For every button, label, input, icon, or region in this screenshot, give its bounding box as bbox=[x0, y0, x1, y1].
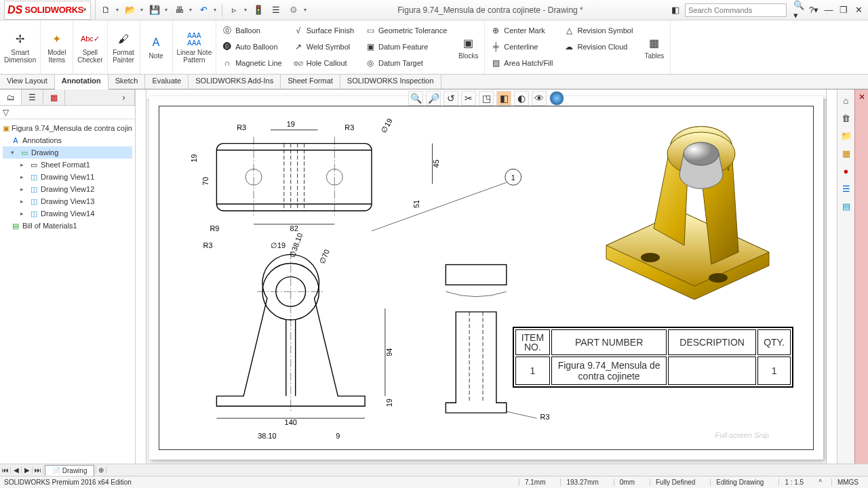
tab-sketch[interactable]: Sketch bbox=[108, 75, 146, 89]
undo-icon[interactable]: ↶ bbox=[197, 4, 210, 16]
spell-checker-button[interactable]: Abc✓ Spell Checker bbox=[73, 20, 107, 74]
chevron-down-icon[interactable]: ▾ bbox=[244, 7, 247, 13]
chevron-up-icon[interactable]: ^ bbox=[818, 479, 822, 486]
custom-props-icon[interactable]: ☰ bbox=[840, 182, 853, 195]
hole-callout-button[interactable]: ⌾∅Hole Callout bbox=[293, 56, 354, 70]
surface-finish-button[interactable]: √Surface Finish bbox=[293, 23, 354, 38]
weld-symbol-button[interactable]: ↗Weld Symbol bbox=[293, 39, 354, 54]
new-icon[interactable]: 🗋 bbox=[100, 4, 112, 16]
display-style-icon[interactable]: ◳ bbox=[479, 91, 494, 106]
view-palette-icon[interactable]: ▦ bbox=[840, 146, 853, 160]
datum-feature-button[interactable]: ▣Datum Feature bbox=[365, 39, 447, 54]
select-icon[interactable]: ▹ bbox=[228, 4, 240, 16]
prev-view-icon[interactable]: ↺ bbox=[443, 91, 458, 106]
tab-annotation[interactable]: Annotation bbox=[55, 75, 108, 89]
expand-tab[interactable]: › bbox=[113, 89, 135, 105]
last-sheet-icon[interactable]: ⏭ bbox=[33, 466, 43, 474]
tab-sheet-format[interactable]: Sheet Format bbox=[281, 75, 340, 89]
tree-view14[interactable]: ▸◫Drawing View14 bbox=[3, 207, 132, 220]
help-icon[interactable]: ?▾ bbox=[808, 5, 819, 16]
feature-tree-tab[interactable]: 🗂 bbox=[0, 89, 22, 105]
bom-r1-qty[interactable]: 1 bbox=[757, 357, 791, 385]
centerline-button[interactable]: ╪Centerline bbox=[490, 39, 553, 54]
tree-view12[interactable]: ▸◫Drawing View12 bbox=[3, 183, 132, 195]
tree-root[interactable]: ▣Figura 9.74_Mensula de contra cojin bbox=[3, 122, 132, 134]
chevron-down-icon[interactable]: ▾ bbox=[189, 7, 192, 13]
tree-bom[interactable]: ▤Bill of Materials1 bbox=[3, 220, 132, 232]
revision-cloud-button[interactable]: ☁Revision Cloud bbox=[564, 39, 633, 54]
bom-r1-part[interactable]: Figura 9.74_Mensula de contra cojinete bbox=[551, 357, 667, 385]
center-mark-button[interactable]: ⊕Center Mark bbox=[490, 23, 553, 38]
zoom-fit-icon[interactable]: 🔍 bbox=[408, 91, 423, 106]
search-icon[interactable]: 🔍▾ bbox=[793, 5, 804, 16]
open-icon[interactable]: 📂 bbox=[124, 4, 136, 16]
model-items-button[interactable]: ✦ Model Items bbox=[41, 20, 73, 74]
rebuild-icon[interactable]: 🚦 bbox=[252, 4, 264, 16]
save-icon[interactable]: 💾 bbox=[149, 4, 161, 16]
hide-show-icon[interactable]: ◧ bbox=[496, 91, 511, 106]
next-sheet-icon[interactable]: ▶ bbox=[22, 466, 33, 474]
options-icon[interactable]: ☰ bbox=[270, 4, 282, 16]
tab-inspection[interactable]: SOLIDWORKS Inspection bbox=[340, 75, 441, 89]
search-commands-input[interactable] bbox=[685, 3, 787, 17]
tab-addins[interactable]: SOLIDWORKS Add-Ins bbox=[189, 75, 281, 89]
chevron-down-icon[interactable]: ▾ bbox=[214, 7, 216, 13]
tab-evaluate[interactable]: Evaluate bbox=[145, 75, 189, 89]
settings-icon[interactable]: ⚙ bbox=[288, 4, 300, 16]
datum-target-button[interactable]: ◎Datum Target bbox=[365, 56, 447, 70]
tree-sheet-format[interactable]: ▸▭Sheet Format1 bbox=[3, 159, 132, 171]
balloon-button[interactable]: ⓪Balloon bbox=[222, 23, 282, 38]
smart-dimension-button[interactable]: ✢ Smart Dimension bbox=[0, 20, 41, 74]
minimize-icon[interactable]: — bbox=[823, 5, 834, 16]
chevron-down-icon[interactable]: ▾ bbox=[304, 7, 307, 13]
note-button[interactable]: A Note bbox=[140, 20, 173, 74]
design-lib-icon[interactable]: 📁 bbox=[840, 129, 853, 142]
bom-r1-desc[interactable] bbox=[668, 357, 756, 385]
app-logo[interactable]: DS SOLIDWORKS ▼ bbox=[4, 1, 91, 20]
status-scale[interactable]: 1 : 1.5 bbox=[778, 479, 809, 486]
chevron-down-icon[interactable]: ▾ bbox=[165, 7, 167, 13]
home-icon[interactable]: ⌂ bbox=[840, 94, 853, 107]
auto-balloon-button[interactable]: ⓿Auto Balloon bbox=[222, 39, 282, 54]
chevron-down-icon[interactable]: ▾ bbox=[116, 7, 119, 13]
bom-r1-item[interactable]: 1 bbox=[515, 357, 550, 385]
geo-tol-button[interactable]: ▭Geometric Tolerance bbox=[365, 23, 447, 38]
close-icon[interactable]: ✕ bbox=[853, 5, 864, 16]
view-orient-icon[interactable]: 👁 bbox=[532, 91, 547, 106]
tree-view13[interactable]: ▸◫Drawing View13 bbox=[3, 195, 132, 207]
print-icon[interactable]: 🖶 bbox=[173, 4, 185, 16]
drawing-canvas[interactable]: 🔍 🔎 ↺ ✂ ◳ ◧ ◐ 👁 bbox=[136, 89, 837, 464]
filter-bar[interactable]: ▽ bbox=[0, 106, 135, 119]
chevron-down-icon[interactable]: ▾ bbox=[140, 7, 143, 13]
tree-annotations[interactable]: AAnnotations bbox=[3, 134, 132, 146]
magnetic-line-button[interactable]: ∩Magnetic Line bbox=[222, 56, 282, 70]
first-sheet-icon[interactable]: ⏮ bbox=[0, 466, 11, 474]
tab-view-layout[interactable]: View Layout bbox=[0, 75, 55, 89]
tables-button[interactable]: ▦ Tables bbox=[638, 20, 671, 74]
task-pane-icon[interactable]: ◧ bbox=[670, 5, 681, 16]
prev-sheet-icon[interactable]: ◀ bbox=[11, 466, 22, 474]
resources-icon[interactable]: 🗑 bbox=[840, 111, 853, 125]
close-icon[interactable]: ✕ bbox=[859, 92, 865, 102]
scene-icon[interactable]: ◐ bbox=[514, 91, 529, 106]
config-tab[interactable]: ▦ bbox=[43, 89, 65, 105]
tree-view11[interactable]: ▸◫Drawing View11 bbox=[3, 171, 132, 183]
add-sheet-icon[interactable]: ⊕ bbox=[96, 466, 106, 474]
chevron-down-icon[interactable]: ▼ bbox=[82, 7, 87, 13]
realview-icon[interactable] bbox=[549, 91, 564, 106]
blocks-button[interactable]: ▣ Blocks bbox=[452, 20, 485, 74]
status-units[interactable]: MMGS bbox=[831, 479, 864, 486]
zoom-area-icon[interactable]: 🔎 bbox=[426, 91, 441, 106]
sheet-tab-drawing[interactable]: 📄 Drawing bbox=[45, 465, 94, 476]
linear-note-button[interactable]: AAAAAA Linear Note Pattern bbox=[173, 20, 217, 74]
close-panel[interactable]: ✕ bbox=[854, 89, 868, 464]
bom-table[interactable]: ITEM NO. PART NUMBER DESCRIPTION QTY. 1 … bbox=[513, 327, 793, 388]
tree-drawing[interactable]: ▾▭Drawing bbox=[3, 146, 132, 159]
restore-icon[interactable]: ❐ bbox=[838, 5, 849, 16]
appearance-icon[interactable]: ● bbox=[840, 164, 853, 178]
area-hatch-button[interactable]: ▨Area Hatch/Fill bbox=[490, 56, 553, 70]
format-painter-button[interactable]: 🖌 Format Painter bbox=[108, 20, 140, 74]
property-tab[interactable]: ☰ bbox=[22, 89, 43, 105]
forum-icon[interactable]: ▤ bbox=[840, 199, 853, 213]
section-icon[interactable]: ✂ bbox=[461, 91, 476, 106]
